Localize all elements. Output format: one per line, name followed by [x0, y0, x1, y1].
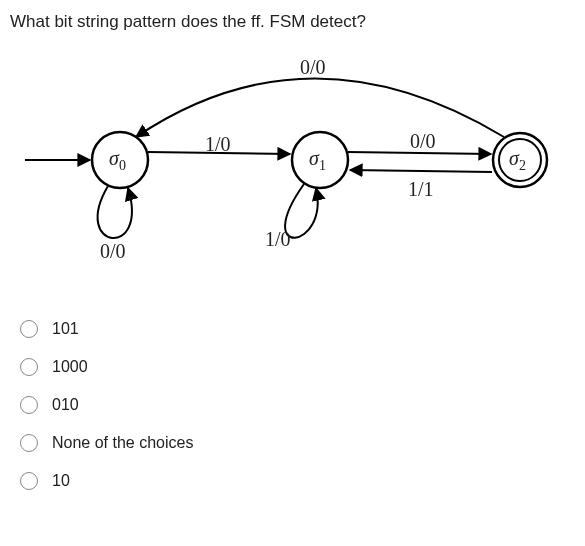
- radio-icon: [20, 396, 38, 414]
- option-label: 1000: [52, 358, 88, 376]
- radio-icon: [20, 434, 38, 452]
- option-label: 10: [52, 472, 70, 490]
- state-s0-label: σ0: [109, 147, 126, 174]
- option-3[interactable]: None of the choices: [20, 424, 575, 462]
- edge-label-s1-loop: 1/0: [265, 228, 291, 251]
- option-2[interactable]: 010: [20, 386, 575, 424]
- state-s2-label: σ2: [509, 147, 526, 174]
- edge-label-s2-s1: 1/1: [408, 178, 434, 201]
- option-0[interactable]: 101: [20, 310, 575, 348]
- radio-icon: [20, 358, 38, 376]
- options-group: 101 1000 010 None of the choices 10: [10, 310, 575, 500]
- option-label: 010: [52, 396, 79, 414]
- edge-label-s1-s2: 0/0: [410, 130, 436, 153]
- svg-line-7: [350, 170, 492, 172]
- question-text: What bit string pattern does the ff. FSM…: [10, 12, 575, 32]
- option-1[interactable]: 1000: [20, 348, 575, 386]
- fsm-diagram: σ0 σ1 σ2 0/0 1/0 0/0 1/1 0/0 1/0: [10, 50, 570, 280]
- option-label: None of the choices: [52, 434, 193, 452]
- option-4[interactable]: 10: [20, 462, 575, 500]
- state-s1-label: σ1: [309, 147, 326, 174]
- edge-label-s0-loop: 0/0: [100, 240, 126, 263]
- radio-icon: [20, 320, 38, 338]
- option-label: 101: [52, 320, 79, 338]
- radio-icon: [20, 472, 38, 490]
- edge-label-s0-s1: 1/0: [205, 133, 231, 156]
- edge-label-top: 0/0: [300, 56, 326, 79]
